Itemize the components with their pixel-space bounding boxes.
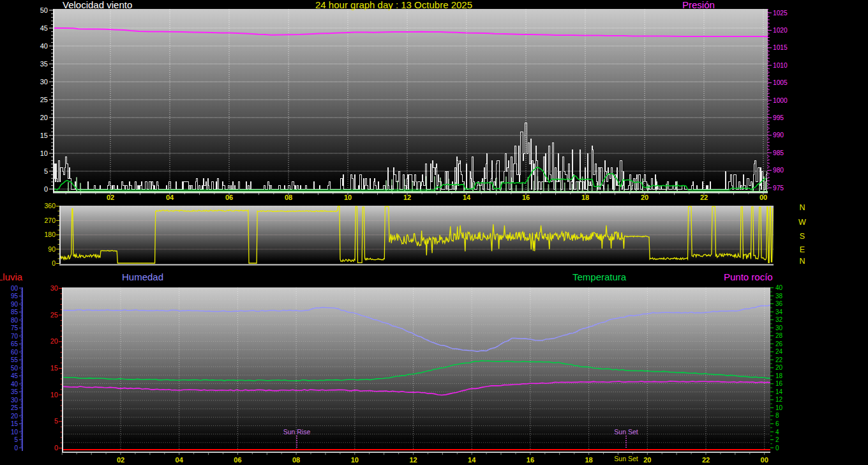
svg-text:65: 65 [11,340,19,347]
svg-text:75: 75 [11,324,19,332]
svg-text:1025: 1025 [773,10,788,17]
svg-text:0: 0 [775,445,779,452]
svg-text:Sun Set: Sun Set [614,428,638,436]
svg-text:26: 26 [775,340,783,347]
svg-text:40: 40 [775,284,783,291]
svg-text:Temperatura: Temperatura [572,271,627,282]
svg-text:18: 18 [775,372,783,379]
svg-text:30: 30 [775,324,783,332]
svg-text:15: 15 [11,420,19,427]
svg-text:0: 0 [52,259,56,267]
svg-text:Punto rocío: Punto rocío [724,271,773,282]
svg-text:25: 25 [50,311,58,319]
svg-text:Lluvia: Lluvia [0,271,23,282]
svg-text:25: 25 [40,96,48,103]
svg-text:0: 0 [14,445,18,452]
svg-text:95: 95 [11,293,19,300]
svg-text:12: 12 [775,396,783,403]
svg-text:180: 180 [44,231,56,238]
svg-text:995: 995 [773,114,784,121]
svg-text:5: 5 [44,167,48,175]
svg-text:02: 02 [117,456,124,464]
svg-text:W: W [798,218,806,227]
svg-text:360: 360 [44,202,56,210]
svg-text:Humedad: Humedad [122,271,163,282]
svg-text:24: 24 [775,348,783,355]
svg-text:32: 32 [775,316,783,323]
svg-text:30: 30 [40,78,48,86]
svg-text:1010: 1010 [773,62,788,69]
svg-text:30: 30 [11,397,19,404]
svg-text:25: 25 [11,404,19,411]
svg-text:975: 975 [773,185,784,192]
svg-text:90: 90 [11,301,19,308]
svg-text:10: 10 [50,391,58,399]
svg-text:30: 30 [50,284,58,292]
svg-text:00: 00 [11,285,19,292]
svg-text:1005: 1005 [773,79,788,86]
svg-text:50: 50 [11,365,19,372]
svg-text:34: 34 [775,309,783,316]
svg-text:985: 985 [773,149,784,156]
svg-text:0: 0 [54,444,58,452]
svg-text:35: 35 [40,60,48,68]
svg-text:N: N [799,203,805,212]
svg-text:70: 70 [11,333,19,340]
svg-text:08: 08 [292,456,300,464]
svg-text:35: 35 [11,388,19,395]
svg-text:Velocidad viento: Velocidad viento [63,0,132,10]
svg-text:15: 15 [50,364,58,372]
svg-text:36: 36 [775,300,783,307]
svg-text:Sun Rise: Sun Rise [283,428,311,436]
svg-text:18: 18 [585,456,592,464]
svg-text:38: 38 [775,293,783,300]
svg-text:20: 20 [40,114,48,121]
svg-text:E: E [800,245,805,254]
svg-text:10: 10 [11,429,19,436]
svg-text:14: 14 [468,456,476,464]
svg-text:Sun Set: Sun Set [614,455,638,462]
svg-text:45: 45 [40,24,48,32]
svg-text:22: 22 [775,356,783,363]
svg-text:85: 85 [11,309,19,316]
svg-text:04: 04 [176,456,184,464]
svg-text:N: N [799,257,805,266]
svg-text:55: 55 [11,356,19,363]
svg-text:20: 20 [11,413,19,420]
svg-text:06: 06 [234,456,241,464]
svg-text:45: 45 [11,372,19,379]
svg-text:S: S [800,232,805,241]
svg-text:990: 990 [773,132,784,139]
svg-text:15: 15 [40,132,48,139]
svg-text:20: 20 [775,364,783,371]
svg-text:90: 90 [48,245,56,253]
svg-text:40: 40 [40,42,48,50]
svg-text:00: 00 [761,456,768,464]
svg-text:0: 0 [44,185,48,193]
svg-text:40: 40 [11,381,19,388]
svg-text:28: 28 [775,332,783,339]
svg-text:60: 60 [11,349,19,356]
svg-text:50: 50 [40,6,48,14]
svg-text:1000: 1000 [773,97,788,104]
svg-text:20: 20 [50,337,58,345]
svg-text:5: 5 [54,417,58,425]
svg-text:22: 22 [702,456,710,464]
svg-text:10: 10 [775,404,783,411]
svg-text:6: 6 [775,420,779,427]
svg-text:10: 10 [351,456,359,464]
svg-text:12: 12 [409,456,417,464]
svg-text:980: 980 [773,167,784,174]
svg-text:5: 5 [14,436,18,443]
svg-text:8: 8 [775,412,779,419]
svg-text:2: 2 [775,436,779,443]
svg-text:4: 4 [775,429,779,436]
svg-text:16: 16 [775,380,783,387]
svg-text:20: 20 [643,456,651,464]
svg-text:1020: 1020 [773,27,788,34]
svg-text:16: 16 [527,456,534,464]
svg-text:24 hour graph day : 13 Octubre: 24 hour graph day : 13 Octubre 2025 [315,0,472,10]
svg-text:10: 10 [40,149,48,157]
svg-text:1015: 1015 [773,44,788,51]
svg-text:Presión: Presión [682,0,715,10]
